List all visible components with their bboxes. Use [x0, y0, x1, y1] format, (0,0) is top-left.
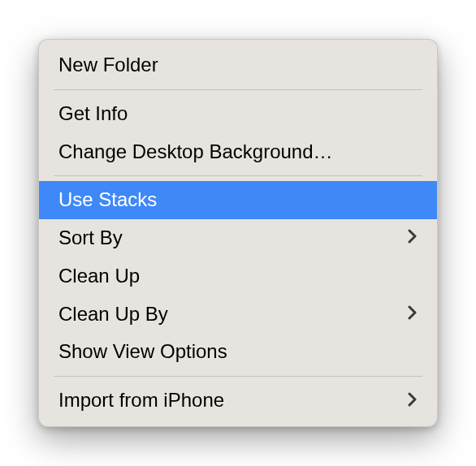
menu-item-label: Sort By [58, 224, 123, 252]
menu-separator [54, 175, 422, 176]
menu-item-import-from-iphone[interactable]: Import from iPhone [39, 382, 437, 420]
menu-item-label: Get Info [58, 100, 128, 128]
menu-item-get-info[interactable]: Get Info [39, 95, 437, 133]
menu-item-label: Import from iPhone [58, 386, 224, 415]
menu-item-clean-up[interactable]: Clean Up [39, 257, 437, 296]
chevron-right-icon [408, 229, 418, 247]
menu-item-label: Change Desktop Background… [58, 138, 333, 166]
menu-item-label: Use Stacks [58, 186, 157, 214]
menu-separator [54, 376, 422, 377]
menu-item-change-desktop-background[interactable]: Change Desktop Background… [39, 133, 437, 171]
menu-item-new-folder[interactable]: New Folder [39, 46, 437, 84]
menu-item-label: Show View Options [58, 338, 227, 366]
menu-item-label: Clean Up [58, 262, 140, 291]
chevron-right-icon [408, 305, 418, 323]
desktop-context-menu: New Folder Get Info Change Desktop Backg… [38, 39, 438, 427]
menu-item-show-view-options[interactable]: Show View Options [39, 333, 437, 371]
menu-item-use-stacks[interactable]: Use Stacks [39, 181, 437, 219]
menu-item-sort-by[interactable]: Sort By [39, 219, 437, 257]
menu-item-label: New Folder [58, 51, 158, 80]
menu-item-label: Clean Up By [58, 300, 168, 329]
menu-item-clean-up-by[interactable]: Clean Up By [39, 296, 437, 334]
chevron-right-icon [408, 392, 418, 410]
menu-separator [54, 89, 422, 90]
